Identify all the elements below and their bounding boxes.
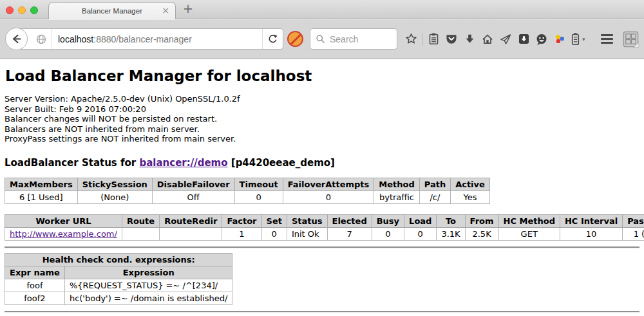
downloads-button[interactable] xyxy=(462,32,477,47)
col-set: Set xyxy=(261,214,287,227)
path-value: /c/ xyxy=(419,191,450,203)
col-method: Method xyxy=(374,178,419,191)
search-bar[interactable]: Search xyxy=(310,28,397,50)
tab-groups-icon[interactable] xyxy=(623,31,639,48)
expr-name-value: foof2 xyxy=(5,292,65,304)
health-table-title: Health check cond. expressions: xyxy=(5,253,232,266)
col-expression: Expression xyxy=(64,266,232,279)
factor-value: 1 xyxy=(222,227,261,240)
battery-extension-button[interactable]: ▾ xyxy=(571,32,585,46)
page-title: Load Balancer Manager for localhost xyxy=(5,68,639,84)
workers-header-row: Worker URL Route RouteRedir Factor Set S… xyxy=(5,214,644,227)
tab-close-icon[interactable]: × xyxy=(162,5,169,16)
clipboard-icon xyxy=(428,32,440,46)
method-value: bytraffic xyxy=(374,191,419,203)
smiley-icon xyxy=(535,33,548,46)
pocket-icon xyxy=(445,33,458,45)
search-placeholder: Search xyxy=(325,34,358,44)
flash-block-extension-icon[interactable] xyxy=(287,31,303,47)
busy-value: 0 xyxy=(372,227,404,240)
search-icon xyxy=(316,34,325,44)
hc-interval-value: 10 xyxy=(560,227,622,240)
workers-table: Worker URL Route RouteRedir Factor Set S… xyxy=(5,214,644,241)
col-route: Route xyxy=(122,214,159,227)
col-timeout: Timeout xyxy=(234,178,283,191)
col-worker-url: Worker URL xyxy=(5,214,122,227)
proxypass-notice-line: ProxyPass settings are NOT inherited fro… xyxy=(5,134,639,144)
worker-data-row: http://www.example.com/ 1 0 Init Ok 7 0 … xyxy=(5,227,644,240)
balancer-demo-link[interactable]: balancer://demo xyxy=(139,157,227,169)
col-maxmembers: MaxMembers xyxy=(5,178,78,191)
separator-rule xyxy=(5,246,639,248)
health-check-table: Health check cond. expressions: Expr nam… xyxy=(5,253,232,305)
balancer-heading: LoadBalancer Status for balancer://demo … xyxy=(5,157,639,169)
back-button[interactable] xyxy=(5,28,28,50)
col-factor: Factor xyxy=(222,214,261,227)
hamburger-icon xyxy=(601,34,613,36)
maxmembers-value: 6 [1 Used] xyxy=(5,191,78,203)
to-value: 3.1K xyxy=(437,227,465,240)
col-elected: Elected xyxy=(327,214,372,227)
col-passes: Passes xyxy=(623,214,644,227)
worker-url-link[interactable]: http://www.example.com/ xyxy=(10,229,117,239)
reload-icon xyxy=(267,33,278,44)
col-load: Load xyxy=(404,214,437,227)
params-data-row: 6 [1 Used] (None) Off 0 0 bytraffic /c/ … xyxy=(5,191,490,203)
url-bar[interactable]: localhost:8880/balancer-manager xyxy=(17,28,283,50)
balancer-params-table: MaxMembers StickySession DisableFailover… xyxy=(5,178,490,204)
menu-button[interactable] xyxy=(601,34,613,44)
set-value: 0 xyxy=(261,227,287,240)
from-value: 2.5K xyxy=(465,227,498,240)
pocket-button[interactable] xyxy=(444,32,459,47)
col-failoverattempts: FailoverAttempts xyxy=(283,178,374,191)
colorful-dots-extension-button[interactable] xyxy=(553,32,567,47)
send-tab-button[interactable] xyxy=(498,32,513,47)
menu-group xyxy=(601,28,639,50)
color-dots-icon xyxy=(553,33,566,46)
new-tab-button[interactable]: + xyxy=(183,1,193,15)
health-header-row: Expr name Expression xyxy=(5,266,232,279)
tab-balancer-manager[interactable]: Balancer Manager × xyxy=(48,2,176,19)
health-row-foof: foof %{REQUEST_STATUS} =~ /^[234]/ xyxy=(5,279,232,292)
url-text[interactable]: localhost:8880/balancer-manager xyxy=(52,34,262,44)
navigation-toolbar: localhost:8880/balancer-manager Search xyxy=(0,19,644,59)
download-manager-extension-button[interactable] xyxy=(516,32,531,47)
server-version-line: Server Version: Apache/2.5.0-dev (Unix) … xyxy=(5,94,639,104)
browser-window: Balancer Manager × + localhost:8880/bala… xyxy=(0,0,644,316)
col-path: Path xyxy=(419,178,450,191)
reload-button[interactable] xyxy=(262,29,283,49)
minimize-window-button[interactable] xyxy=(18,6,26,14)
site-identity-button[interactable] xyxy=(34,29,52,49)
feedback-extension-button[interactable] xyxy=(535,32,549,47)
persist-notice-line: Balancer changes will NOT be persisted o… xyxy=(5,114,639,124)
reading-list-button[interactable] xyxy=(426,32,440,47)
active-value: Yes xyxy=(451,191,490,203)
timeout-value: 0 xyxy=(234,191,283,203)
col-hc-interval: HC Interval xyxy=(560,214,622,227)
back-arrow-icon xyxy=(10,33,23,45)
server-built-line: Server Built: Feb 9 2016 07:00:20 xyxy=(5,104,639,115)
col-to: To xyxy=(437,214,465,227)
url-domain: localhost xyxy=(58,34,93,44)
paper-plane-icon xyxy=(499,33,512,46)
health-row-foof2: foof2 hc('body') =~ /domain is establish… xyxy=(5,292,232,304)
stickysession-value: (None) xyxy=(77,191,152,203)
home-button[interactable] xyxy=(480,32,495,47)
col-stickysession: StickySession xyxy=(77,178,152,191)
disablefailover-value: Off xyxy=(152,191,234,203)
worker-url-cell: http://www.example.com/ xyxy=(5,227,122,240)
tab-title: Balancer Manager xyxy=(82,7,142,15)
star-icon xyxy=(404,32,418,46)
bookmark-star-button[interactable] xyxy=(404,32,418,47)
close-window-button[interactable] xyxy=(6,6,14,14)
load-value: 0 xyxy=(404,227,437,240)
passes-value: 1 (0) xyxy=(623,227,644,240)
maximize-window-button[interactable] xyxy=(30,6,38,14)
battery-icon xyxy=(571,32,580,46)
url-path: :8880/balancer-manager xyxy=(93,34,192,44)
health-title-row: Health check cond. expressions: xyxy=(5,253,232,266)
col-disablefailover: DisableFailover xyxy=(152,178,234,191)
dropdown-caret-icon[interactable]: ▾ xyxy=(582,36,585,42)
inherit-notice-line: Balancers are NOT inherited from main se… xyxy=(5,124,639,135)
download-box-icon xyxy=(518,33,530,45)
